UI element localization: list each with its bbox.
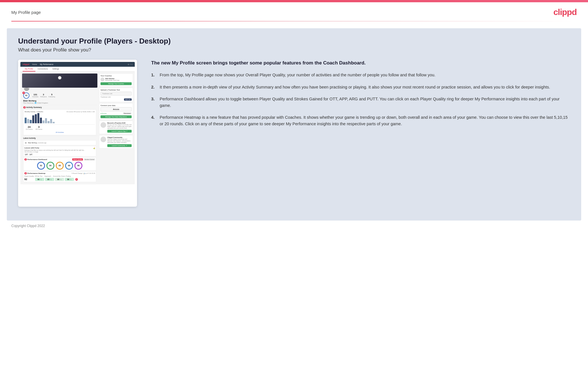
mock-drill-desc: Do you use the Clippd Community and dril… [107, 124, 132, 129]
mock-community-avatar [101, 137, 106, 142]
info-intro: The new My Profile screen brings togethe… [151, 60, 570, 66]
mock-arccos-label: Arccos [101, 107, 132, 111]
mock-bar-8 [42, 120, 44, 123]
mock-bar-6 [37, 113, 39, 123]
mock-heatmap-pin: 4 [75, 178, 78, 181]
mock-coach-avatar [101, 77, 104, 81]
mock-heatmap-label-app: Approach [44, 175, 52, 177]
mock-lesson-icon: ⛳ [93, 147, 95, 156]
list-item-2-text: It then presents a more in-depth view of… [160, 84, 550, 90]
mock-heatmap-badge: 4 [24, 172, 27, 174]
mock-perf-circle-putt: 96 [74, 162, 82, 170]
mock-tab-settings: Settings [50, 67, 61, 72]
mock-bar-10 [48, 121, 50, 123]
mock-chart-header: Monthly Activity - 6 Months On-course Of… [25, 111, 95, 113]
header: My Profile page clippd [0, 2, 588, 21]
mock-toggle-player-quality[interactable]: Player Quality [72, 158, 83, 161]
mock-manage-coaches-btn[interactable]: Manage Your Coaches [101, 82, 132, 85]
mock-community-card: Clippd Community Visit the Clippd Commun… [99, 135, 133, 148]
mock-coach-info: Dan Davies Barnehale Golf Club [101, 77, 132, 81]
mock-bar-2 [27, 119, 29, 123]
mock-all-activities-link[interactable]: All Activities [25, 131, 95, 134]
mock-perf-circles: 92 90 85 86 96 [24, 162, 95, 170]
mock-hero-image [22, 74, 97, 88]
mock-arccos-status-row: ● Arccos Disconnect [101, 112, 132, 115]
footer: Copyright Clippd 2022 [0, 221, 588, 231]
mock-coaches-card: Your Coaches Dan Davies Barnehale Golf C… [99, 74, 133, 87]
mock-trackman-input[interactable]: Trackman Link [101, 92, 132, 96]
copyright-text: Copyright Clippd 2022 [11, 224, 45, 228]
mock-latest-row: Blair McHarg moments ago [24, 141, 95, 144]
mock-stat-following: 5 Following [48, 93, 55, 98]
mock-bar-1 [25, 118, 27, 123]
list-item-4: Performance Heatmap is a new feature tha… [151, 114, 570, 127]
mock-badge-golf2: golf [29, 153, 33, 156]
mock-add-btn-row: Add Link [101, 98, 132, 101]
mock-badge-golf: golf [24, 153, 28, 156]
mock-connect-title: Connect your data [101, 105, 132, 106]
mock-drill-content: Record a Practice Drill Do you use the C… [107, 122, 132, 133]
list-item-4-text: Performance Heatmap is a new feature tha… [160, 114, 570, 127]
logo: clippd [553, 7, 577, 17]
mock-toggle-strokes-gained[interactable]: Strokes Gained [84, 158, 95, 161]
mock-perf-dash-header: 3 Performance Dashboard Player Quality S… [24, 158, 95, 161]
mock-bar-3 [30, 120, 32, 123]
mock-player-name: Blair McHarg [22, 100, 97, 102]
mock-heatmap-values-row: 92 90 ↑↓ 85 ↑↓ 86 ↑↓ 96 ↑↓ 4 [24, 178, 95, 181]
page-title: Understand your Profile (Players - Deskt… [18, 37, 570, 46]
mock-add-btn[interactable]: Add Link [124, 98, 132, 101]
mock-trackman-title: Upload a Trackman Test [101, 89, 132, 91]
mock-activities-label: Activities [32, 96, 39, 98]
mock-oncourse-row: 24 On Course 3 Off Course [25, 125, 95, 131]
mock-bar-7 [40, 118, 42, 123]
mock-heatmap-val-ott: 90 ↑↓ [35, 178, 44, 181]
mock-perf-dash-title: 3 Performance Dashboard [24, 158, 47, 161]
mock-heatmap-val-pq: 92 [24, 178, 34, 181]
mock-heatmap-title: 4 Performance Heatmap [24, 172, 45, 174]
mock-launch-community-btn[interactable]: Launch Community ↗ [107, 144, 132, 147]
header-divider [11, 21, 577, 21]
mock-followers-label: Followers [40, 96, 47, 98]
screenshot-panel: clippd Home My Performance ⚙ ☉ ≡ My Prof… [18, 60, 137, 207]
mock-heatmap-label-putt: Putting [66, 175, 72, 177]
mock-latest-name: Blair McHarg [28, 142, 37, 144]
info-list: From the top, My Profile page now shows … [151, 72, 570, 127]
mock-perf-circle-overall: 92 [37, 162, 45, 170]
mock-heatmap-label-arg: Around the Green [53, 175, 65, 177]
mock-launch-app-btn[interactable]: Launch Capture App ↗ [107, 130, 132, 133]
info-panel: The new My Profile screen brings togethe… [151, 60, 570, 133]
mock-lesson-title: Lesson with Fonty [24, 147, 92, 149]
mock-manage-integrations-btn[interactable]: Manage Your Data Integrations [101, 115, 132, 118]
mock-coaches-title: Your Coaches [101, 75, 132, 77]
mock-community-content: Clippd Community Visit the Clippd Commun… [107, 137, 132, 147]
list-item-3-text: Performance Dashboard allows you to togg… [160, 96, 570, 109]
mock-bar-11 [50, 119, 52, 123]
mock-right-column: Your Coaches Dan Davies Barnehale Golf C… [99, 74, 133, 183]
mock-stats-row: 1 92 131 Activities 3 Followers [22, 92, 97, 100]
list-item-3: Performance Dashboard allows you to togg… [151, 96, 570, 109]
mock-stat-activities: 131 Activities [32, 93, 39, 98]
mock-offcourse-num: 3 Off Course [35, 126, 42, 130]
mock-drill-avatar [101, 122, 106, 128]
mock-trackman-card: Upload a Trackman Test Trackman Link Tra… [99, 88, 133, 102]
mock-lesson-meta: 01h 30 mins | 1 image [24, 151, 92, 153]
mock-nav: clippd Home My Performance ⚙ ☉ ≡ [20, 62, 135, 67]
mock-perf-circle-ott: 90 [46, 162, 54, 170]
mock-left-column: 1 92 131 Activities 3 Followers [22, 74, 97, 183]
mock-disconnect-btn[interactable]: Disconnect [123, 112, 132, 115]
mock-latest-activity: Blair McHarg moments ago [23, 140, 96, 145]
mock-heatmap-header: 4 Performance Heatmap 5 Round Change: 📊 … [24, 172, 95, 174]
mock-lesson-desc: Nothing to feel like my Injurys are evol… [24, 149, 92, 151]
mock-perf-badge-wrap: 3 Performance Dashboard [24, 158, 47, 160]
mock-oncourse-num: 24 On Course [26, 126, 33, 130]
mock-app: clippd Home My Performance ⚙ ☉ ≡ My Prof… [20, 62, 135, 184]
mock-player-handicap: Plus Handicap | 🌐 United Kingdom [22, 102, 97, 105]
mock-nav-home: Home [32, 63, 37, 65]
mock-latest-time: moments ago [38, 142, 46, 144]
mock-perf-badge: 3 [24, 158, 27, 161]
mock-following-label: Following [48, 96, 55, 98]
mock-heatmap-label-pq: Player Quality [24, 175, 34, 177]
mock-perf-dash: 3 Performance Dashboard Player Quality S… [23, 157, 96, 171]
page-subtitle: What does your Profile show you? [18, 47, 570, 53]
mock-tab-myprofile: My Profile [23, 67, 35, 72]
